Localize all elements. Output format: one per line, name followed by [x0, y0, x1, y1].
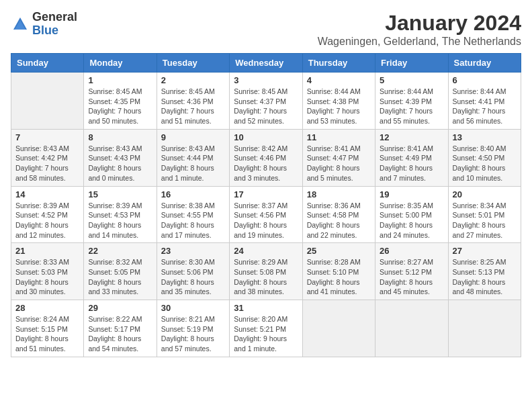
day-info: Sunrise: 8:43 AMSunset: 4:43 PMDaylight:…: [88, 144, 152, 183]
day-cell: 23Sunrise: 8:30 AMSunset: 5:06 PMDayligh…: [157, 243, 229, 300]
header-row: SundayMondayTuesdayWednesdayThursdayFrid…: [11, 54, 521, 73]
day-cell: 25Sunrise: 8:28 AMSunset: 5:10 PMDayligh…: [302, 243, 375, 300]
header-cell-tuesday: Tuesday: [157, 54, 229, 73]
day-number: 12: [380, 132, 443, 142]
day-info: Sunrise: 8:25 AMSunset: 5:13 PMDaylight:…: [453, 257, 517, 297]
day-info: Sunrise: 8:42 AMSunset: 4:46 PMDaylight:…: [234, 144, 298, 183]
location: Wageningen, Gelderland, The Netherlands: [318, 36, 521, 48]
day-info: Sunrise: 8:45 AMSunset: 4:36 PMDaylight:…: [161, 87, 225, 126]
day-number: 17: [234, 189, 298, 199]
day-number: 15: [88, 189, 152, 199]
day-number: 20: [453, 189, 517, 199]
day-number: 16: [161, 189, 225, 199]
day-number: 28: [15, 303, 79, 313]
day-number: 30: [161, 303, 225, 313]
day-cell: 4Sunrise: 8:44 AMSunset: 4:38 PMDaylight…: [302, 73, 375, 130]
day-info: Sunrise: 8:35 AMSunset: 5:00 PMDaylight:…: [380, 201, 443, 240]
day-info: Sunrise: 8:39 AMSunset: 4:52 PMDaylight:…: [15, 201, 79, 240]
day-number: 19: [380, 189, 443, 199]
day-number: 24: [234, 246, 298, 256]
day-number: 4: [307, 75, 371, 85]
header-cell-wednesday: Wednesday: [230, 54, 302, 73]
day-cell: 9Sunrise: 8:43 AMSunset: 4:44 PMDaylight…: [157, 129, 229, 186]
day-info: Sunrise: 8:20 AMSunset: 5:21 PMDaylight:…: [234, 314, 298, 354]
day-number: 10: [234, 132, 298, 142]
day-cell: 5Sunrise: 8:44 AMSunset: 4:39 PMDaylight…: [375, 73, 448, 130]
day-number: 5: [380, 75, 443, 85]
day-number: 23: [161, 246, 225, 256]
day-number: 11: [307, 132, 371, 142]
day-number: 25: [307, 246, 371, 256]
day-info: Sunrise: 8:37 AMSunset: 4:56 PMDaylight:…: [234, 201, 298, 240]
day-cell: 19Sunrise: 8:35 AMSunset: 5:00 PMDayligh…: [375, 186, 448, 243]
header-cell-saturday: Saturday: [448, 54, 521, 73]
day-info: Sunrise: 8:33 AMSunset: 5:03 PMDaylight:…: [15, 257, 79, 297]
day-number: 3: [234, 75, 298, 85]
day-info: Sunrise: 8:24 AMSunset: 5:15 PMDaylight:…: [15, 314, 79, 354]
week-row-4: 21Sunrise: 8:33 AMSunset: 5:03 PMDayligh…: [11, 243, 521, 300]
day-cell: 29Sunrise: 8:22 AMSunset: 5:17 PMDayligh…: [84, 300, 157, 357]
day-cell: 22Sunrise: 8:32 AMSunset: 5:05 PMDayligh…: [84, 243, 157, 300]
day-cell: 2Sunrise: 8:45 AMSunset: 4:36 PMDaylight…: [157, 73, 229, 130]
day-number: 2: [161, 75, 225, 85]
day-cell: 31Sunrise: 8:20 AMSunset: 5:21 PMDayligh…: [230, 300, 302, 357]
day-number: 22: [88, 246, 152, 256]
day-cell: 26Sunrise: 8:27 AMSunset: 5:12 PMDayligh…: [375, 243, 448, 300]
day-cell: 14Sunrise: 8:39 AMSunset: 4:52 PMDayligh…: [11, 186, 84, 243]
day-number: 31: [234, 303, 298, 313]
day-info: Sunrise: 8:45 AMSunset: 4:35 PMDaylight:…: [88, 87, 152, 126]
day-cell: [302, 300, 375, 357]
day-number: 9: [161, 132, 225, 142]
day-info: Sunrise: 8:39 AMSunset: 4:53 PMDaylight:…: [88, 201, 152, 240]
day-cell: 1Sunrise: 8:45 AMSunset: 4:35 PMDaylight…: [84, 73, 157, 130]
day-info: Sunrise: 8:45 AMSunset: 4:37 PMDaylight:…: [234, 87, 298, 126]
header-cell-monday: Monday: [84, 54, 157, 73]
day-info: Sunrise: 8:27 AMSunset: 5:12 PMDaylight:…: [380, 257, 443, 297]
day-cell: 24Sunrise: 8:29 AMSunset: 5:08 PMDayligh…: [230, 243, 302, 300]
day-info: Sunrise: 8:40 AMSunset: 4:50 PMDaylight:…: [453, 144, 517, 183]
week-row-2: 7Sunrise: 8:43 AMSunset: 4:42 PMDaylight…: [11, 129, 521, 186]
day-cell: 30Sunrise: 8:21 AMSunset: 5:19 PMDayligh…: [157, 300, 229, 357]
day-info: Sunrise: 8:36 AMSunset: 4:58 PMDaylight:…: [307, 201, 371, 240]
day-cell: 7Sunrise: 8:43 AMSunset: 4:42 PMDaylight…: [11, 129, 84, 186]
day-number: 7: [15, 132, 79, 142]
title-area: January 2024 Wageningen, Gelderland, The…: [318, 11, 521, 48]
day-info: Sunrise: 8:44 AMSunset: 4:39 PMDaylight:…: [380, 87, 443, 126]
day-info: Sunrise: 8:44 AMSunset: 4:41 PMDaylight:…: [453, 87, 517, 126]
day-cell: 21Sunrise: 8:33 AMSunset: 5:03 PMDayligh…: [11, 243, 84, 300]
month-title: January 2024: [318, 11, 521, 36]
calendar-table: SundayMondayTuesdayWednesdayThursdayFrid…: [11, 53, 521, 357]
day-number: 14: [15, 189, 79, 199]
day-number: 1: [88, 75, 152, 85]
day-cell: 27Sunrise: 8:25 AMSunset: 5:13 PMDayligh…: [448, 243, 521, 300]
day-info: Sunrise: 8:43 AMSunset: 4:42 PMDaylight:…: [15, 144, 79, 183]
week-row-3: 14Sunrise: 8:39 AMSunset: 4:52 PMDayligh…: [11, 186, 521, 243]
day-cell: 20Sunrise: 8:34 AMSunset: 5:01 PMDayligh…: [448, 186, 521, 243]
day-info: Sunrise: 8:38 AMSunset: 4:55 PMDaylight:…: [161, 201, 225, 240]
day-info: Sunrise: 8:30 AMSunset: 5:06 PMDaylight:…: [161, 257, 225, 297]
day-cell: 15Sunrise: 8:39 AMSunset: 4:53 PMDayligh…: [84, 186, 157, 243]
header-cell-sunday: Sunday: [11, 54, 84, 73]
header-cell-friday: Friday: [375, 54, 448, 73]
day-number: 29: [88, 303, 152, 313]
day-cell: 16Sunrise: 8:38 AMSunset: 4:55 PMDayligh…: [157, 186, 229, 243]
day-info: Sunrise: 8:28 AMSunset: 5:10 PMDaylight:…: [307, 257, 371, 297]
logo-blue: Blue: [32, 24, 77, 38]
day-cell: 10Sunrise: 8:42 AMSunset: 4:46 PMDayligh…: [230, 129, 302, 186]
day-cell: 6Sunrise: 8:44 AMSunset: 4:41 PMDaylight…: [448, 73, 521, 130]
day-number: 8: [88, 132, 152, 142]
day-cell: [448, 300, 521, 357]
day-info: Sunrise: 8:44 AMSunset: 4:38 PMDaylight:…: [307, 87, 371, 126]
day-number: 27: [453, 246, 517, 256]
day-cell: 11Sunrise: 8:41 AMSunset: 4:47 PMDayligh…: [302, 129, 375, 186]
day-info: Sunrise: 8:22 AMSunset: 5:17 PMDaylight:…: [88, 314, 152, 354]
day-cell: 28Sunrise: 8:24 AMSunset: 5:15 PMDayligh…: [11, 300, 84, 357]
day-cell: 18Sunrise: 8:36 AMSunset: 4:58 PMDayligh…: [302, 186, 375, 243]
day-info: Sunrise: 8:29 AMSunset: 5:08 PMDaylight:…: [234, 257, 298, 297]
day-number: 21: [15, 246, 79, 256]
header-cell-thursday: Thursday: [302, 54, 375, 73]
day-info: Sunrise: 8:41 AMSunset: 4:49 PMDaylight:…: [380, 144, 443, 183]
logo-general: General: [32, 11, 77, 24]
day-info: Sunrise: 8:21 AMSunset: 5:19 PMDaylight:…: [161, 314, 225, 354]
day-info: Sunrise: 8:32 AMSunset: 5:05 PMDaylight:…: [88, 257, 152, 297]
